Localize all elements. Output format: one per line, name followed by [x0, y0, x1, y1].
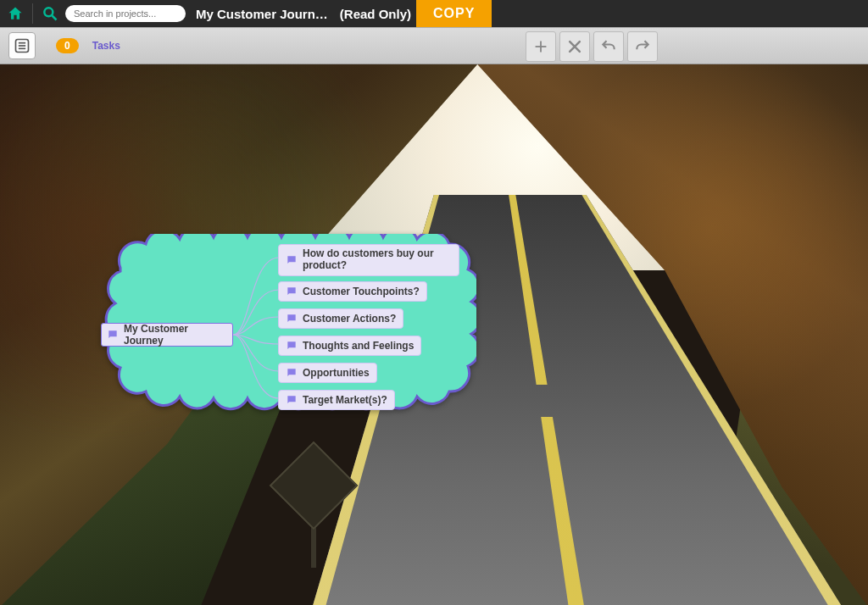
delete-button[interactable] [559, 31, 590, 62]
mindmap-root-label: My Customer Journey [124, 323, 227, 347]
canvas[interactable]: My Customer Journey How do customers buy… [0, 64, 868, 605]
mindmap-branch-label: Thoughts and Feelings [303, 340, 414, 352]
toolbar: 0 Tasks [0, 27, 868, 64]
note-icon [286, 254, 298, 266]
tasks-link[interactable]: Tasks [92, 40, 120, 52]
svg-line-1 [53, 16, 57, 20]
outline-panel-button[interactable] [8, 32, 36, 59]
mindmap-branch-label: Customer Actions? [303, 313, 396, 325]
note-icon [107, 329, 119, 341]
toolbar-actions [526, 31, 658, 62]
mindmap-branch-label: Target Market(s)? [303, 394, 387, 406]
mindmap-branch-node[interactable]: How do customers buy our product? [278, 244, 459, 276]
task-count-badge: 0 [56, 38, 79, 53]
search-input[interactable] [72, 8, 179, 19]
home-icon[interactable] [5, 3, 25, 24]
mindmap-branch-node[interactable]: Customer Touchpoints? [278, 281, 427, 302]
note-icon [286, 394, 298, 406]
mindmap-branch-node[interactable]: Target Market(s)? [278, 390, 395, 410]
svg-point-0 [44, 8, 53, 16]
search-icon[interactable] [40, 3, 60, 24]
mindmap-branch-label: Customer Touchpoints? [303, 286, 420, 297]
road-sign [280, 454, 348, 556]
mindmap-cloud: My Customer Journey How do customers buy… [86, 234, 476, 434]
mindmap-branch-label: How do customers buy our product? [303, 248, 452, 272]
mindmap-root-node[interactable]: My Customer Journey [101, 323, 233, 347]
undo-button[interactable] [593, 31, 624, 62]
note-icon [286, 286, 298, 297]
mindmap-branch-label: Opportunities [303, 367, 370, 379]
search-field-wrap [65, 5, 186, 22]
add-button[interactable] [526, 31, 556, 62]
project-title: My Customer Journ… [196, 7, 328, 21]
note-icon [286, 367, 298, 379]
mindmap-branch-node[interactable]: Opportunities [278, 363, 377, 383]
topbar: My Customer Journ… (Read Only) COPY [0, 0, 868, 27]
note-icon [286, 340, 298, 352]
mindmap-branch-node[interactable]: Customer Actions? [278, 308, 403, 329]
readonly-label: (Read Only) [340, 7, 411, 21]
note-icon [286, 313, 298, 325]
redo-button[interactable] [627, 31, 658, 62]
mindmap-branch-node[interactable]: Thoughts and Feelings [278, 336, 421, 356]
copy-button[interactable]: COPY [416, 0, 492, 27]
separator [32, 3, 33, 24]
